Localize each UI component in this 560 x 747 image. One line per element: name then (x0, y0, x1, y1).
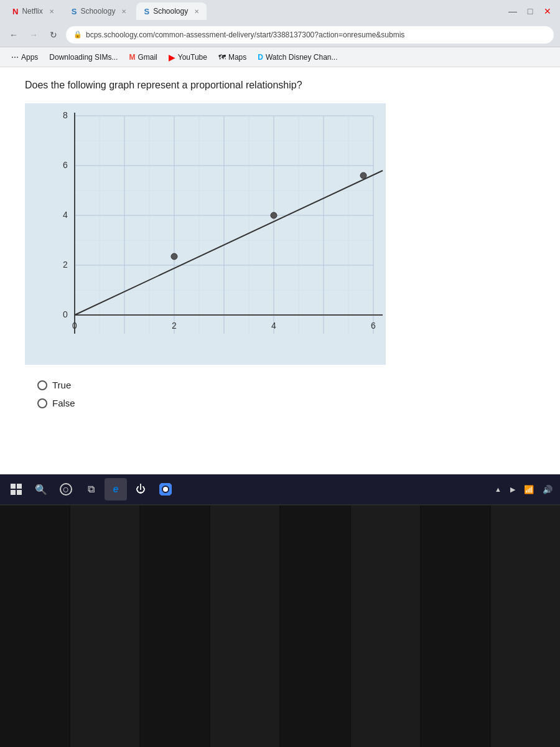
schoology1-tab-label: Schoology (80, 7, 115, 16)
maps-label: Maps (228, 53, 246, 62)
search-button[interactable]: 🔍 (30, 478, 52, 500)
svg-point-37 (360, 172, 366, 179)
edge-button[interactable]: e (105, 478, 127, 500)
browser-window: N Netflix ✕ S Schoology ✕ S Schoology ✕ … (0, 0, 560, 486)
svg-text:4: 4 (63, 210, 68, 220)
bottom-area (0, 505, 560, 747)
chrome-button[interactable] (154, 478, 177, 500)
edge-icon: e (113, 484, 119, 495)
answer-true-label: True (52, 380, 71, 390)
cortana-button[interactable]: ○ (55, 478, 77, 500)
downloading-sims-label: Downloading SIMs... (49, 53, 118, 62)
svg-point-43 (163, 487, 168, 492)
answer-true-option[interactable]: True (37, 380, 535, 390)
bookmark-downloading-sims[interactable]: Downloading SIMs... (44, 50, 123, 64)
play-icon-tray: ▶ (508, 484, 518, 495)
svg-text:8: 8 (63, 110, 68, 120)
bottom-seg-4 (210, 505, 279, 747)
system-tray: ▲ ▶ 📶 🔊 (492, 484, 555, 496)
schoology2-tab-label: Schoology (153, 7, 188, 16)
close-button[interactable]: ✕ (540, 4, 555, 19)
bookmark-disney[interactable]: D Watch Disney Chan... (253, 50, 342, 64)
wifi-icon[interactable]: 📶 (521, 484, 536, 496)
lock-icon: 🔒 (73, 31, 82, 39)
youtube-icon: ▶ (169, 52, 175, 62)
bottom-seg-5 (281, 505, 350, 747)
radio-true[interactable] (37, 380, 47, 390)
svg-rect-41 (17, 490, 22, 495)
tab-netflix[interactable]: N Netflix ✕ (5, 2, 62, 20)
schoology1-tab-icon: S (72, 7, 77, 16)
title-bar: N Netflix ✕ S Schoology ✕ S Schoology ✕ … (0, 0, 560, 22)
bottom-seg-2 (70, 505, 139, 747)
netflix-tab-close[interactable]: ✕ (49, 8, 54, 15)
svg-text:0: 0 (63, 309, 68, 319)
minimize-button[interactable]: — (505, 4, 520, 19)
cortana-icon: ○ (60, 483, 72, 496)
apps-label: Apps (21, 53, 38, 62)
graph-svg: 0 2 4 6 8 0 2 4 6 (25, 103, 386, 365)
answer-false-label: False (52, 398, 75, 408)
radio-false[interactable] (37, 398, 47, 408)
forward-button[interactable]: → (26, 27, 41, 42)
address-bar: ← → ↻ 🔒 bcps.schoology.com/common-assess… (0, 22, 560, 47)
bookmark-apps[interactable]: ⋯ Apps (6, 50, 43, 64)
bookmark-maps[interactable]: 🗺 Maps (213, 50, 251, 64)
svg-text:6: 6 (63, 160, 68, 170)
tray-icons[interactable]: ▲ (492, 484, 504, 494)
graph-container: 0 2 4 6 8 0 2 4 6 (25, 103, 386, 365)
svg-point-35 (171, 253, 177, 260)
address-text: bcps.schoology.com/common-assessment-del… (86, 31, 404, 39)
bottom-seg-6 (351, 505, 420, 747)
arrow-icon: ▲ (495, 486, 502, 493)
power-button[interactable]: ⏻ (129, 478, 152, 500)
task-view-icon: ⧉ (88, 484, 95, 495)
svg-rect-39 (17, 484, 22, 489)
answer-choices: True False (37, 380, 535, 408)
svg-text:0: 0 (72, 321, 77, 331)
apps-grid-icon: ⋯ (11, 53, 19, 62)
youtube-label: YouTube (178, 53, 207, 62)
taskbar: 🔍 ○ ⧉ e ⏻ ▲ ▶ 📶 🔊 (0, 474, 560, 504)
svg-text:2: 2 (172, 321, 177, 331)
bottom-seg-3 (141, 505, 210, 747)
disney-label: Watch Disney Chan... (266, 53, 338, 62)
schoology1-tab-close[interactable]: ✕ (121, 8, 126, 15)
svg-rect-38 (11, 484, 16, 489)
content-area: Does the following graph represent a pro… (0, 67, 560, 486)
netflix-tab-label: Netflix (22, 7, 42, 16)
gmail-icon: M (129, 53, 135, 62)
tab-schoology2[interactable]: S Schoology ✕ (136, 2, 207, 20)
bookmark-gmail[interactable]: M Gmail (124, 50, 162, 64)
back-button[interactable]: ← (6, 27, 21, 42)
disney-icon: D (258, 53, 263, 62)
svg-text:6: 6 (371, 321, 376, 331)
svg-rect-40 (11, 490, 16, 495)
search-icon: 🔍 (35, 484, 47, 496)
task-view-button[interactable]: ⧉ (80, 478, 102, 500)
maps-icon: 🗺 (218, 53, 226, 62)
start-button[interactable] (5, 478, 27, 500)
address-input[interactable]: 🔒 bcps.schoology.com/common-assessment-d… (66, 26, 554, 44)
bookmark-youtube[interactable]: ▶ YouTube (164, 50, 212, 65)
question-text: Does the following graph represent a pro… (25, 80, 535, 91)
answer-false-option[interactable]: False (37, 398, 535, 408)
bottom-seg-7 (421, 505, 490, 747)
power-icon: ⏻ (136, 484, 146, 495)
tab-schoology1[interactable]: S Schoology ✕ (64, 2, 134, 20)
svg-rect-0 (25, 103, 386, 365)
bottom-seg-8 (491, 505, 560, 747)
refresh-button[interactable]: ↻ (46, 27, 61, 42)
volume-icon[interactable]: 🔊 (540, 484, 555, 496)
schoology2-tab-close[interactable]: ✕ (194, 8, 199, 15)
svg-text:4: 4 (271, 321, 276, 331)
schoology2-tab-icon: S (144, 7, 149, 16)
bookmarks-bar: ⋯ Apps Downloading SIMs... M Gmail ▶ You… (0, 47, 560, 67)
gmail-label: Gmail (138, 53, 157, 62)
bottom-seg-1 (0, 505, 69, 747)
svg-point-36 (271, 212, 277, 218)
netflix-tab-icon: N (12, 7, 18, 16)
svg-text:2: 2 (63, 260, 68, 270)
maximize-button[interactable]: □ (523, 4, 538, 19)
